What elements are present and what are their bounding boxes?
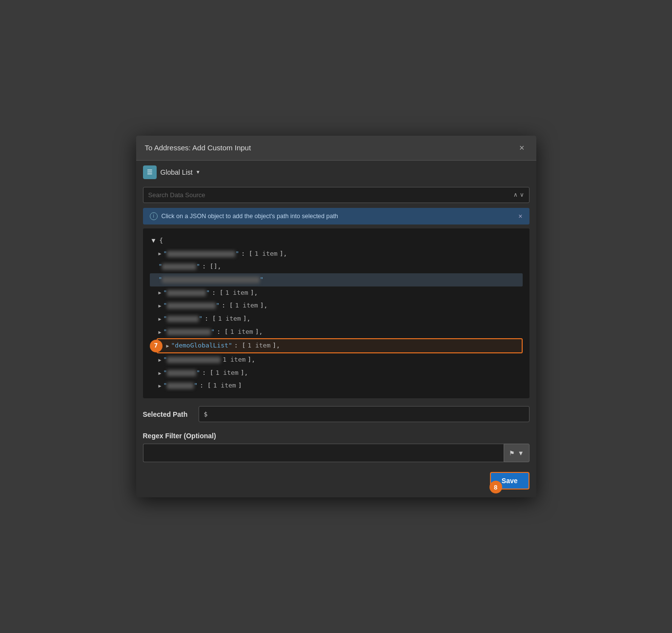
json-item-6[interactable]: ▶ "" : [ 1 item ], xyxy=(150,312,523,326)
json-item-10[interactable]: ▶ "" : [ 1 item ] xyxy=(150,379,523,392)
add-custom-input-modal: To Addresses: Add Custom Input × ☰ Globa… xyxy=(136,136,536,497)
json-viewer[interactable]: ▼ { ▶ "" : [ 1 item ], "" : [], "" ▶ "" … xyxy=(143,228,529,398)
expand-icon: ▶ xyxy=(159,381,162,390)
json-item-7[interactable]: ▶ "" : [ 1 item ], xyxy=(150,326,523,339)
json-root: ▼ { xyxy=(150,234,523,247)
info-icon: i xyxy=(150,212,158,220)
arrow-down-icon[interactable]: ∨ xyxy=(520,191,524,198)
regex-filter-input[interactable] xyxy=(143,444,504,462)
regex-filter-label: Regex Filter (Optional) xyxy=(143,432,529,440)
info-bar: i Click on a JSON object to add the obje… xyxy=(143,208,529,225)
regex-flag-button[interactable]: ⚑ ▼ xyxy=(504,444,529,462)
regex-filter-section: Regex Filter (Optional) ⚑ ▼ xyxy=(136,427,536,465)
json-item-9[interactable]: ▶ "" : [ 1 item ], xyxy=(150,367,523,380)
selected-path-input[interactable] xyxy=(199,406,529,422)
info-message: Click on a JSON object to add the object… xyxy=(162,213,338,220)
source-dropdown-label: Global List xyxy=(161,168,193,176)
regex-input-row: ⚑ ▼ xyxy=(143,444,529,462)
expand-icon: ▶ xyxy=(159,355,162,365)
list-icon: ☰ xyxy=(143,165,157,179)
collapse-icon: ▼ { xyxy=(152,235,163,247)
arrow-up-icon[interactable]: ∧ xyxy=(513,191,518,198)
search-placeholder: Search Data Source xyxy=(148,191,205,199)
search-row: Search Data Source ∧ ∨ xyxy=(136,184,536,208)
modal-header: To Addresses: Add Custom Input × xyxy=(136,136,536,161)
info-close-button[interactable]: × xyxy=(518,212,522,220)
selected-path-label: Selected Path xyxy=(143,410,192,418)
modal-title: To Addresses: Add Custom Input xyxy=(145,143,251,152)
expand-icon: ▶ xyxy=(159,314,162,324)
flag-icon: ⚑ xyxy=(509,449,515,457)
json-item-5[interactable]: ▶ "" : [ 1 item ], xyxy=(150,299,523,312)
search-nav-arrows[interactable]: ∧ ∨ xyxy=(513,191,524,198)
source-dropdown-row: ☰ Global List ▼ xyxy=(136,161,536,184)
json-item-demo-global-list[interactable]: 7 ▶ "demoGlobalList" : [ 1 item ], xyxy=(157,338,523,353)
search-box[interactable]: Search Data Source ∧ ∨ xyxy=(143,187,529,203)
json-item-4[interactable]: ▶ "" : [ 1 item ], xyxy=(150,286,523,300)
json-item-2[interactable]: "" : [], xyxy=(150,260,523,273)
expand-icon: ▶ xyxy=(159,288,162,297)
chevron-down-icon: ▼ xyxy=(196,169,201,175)
json-item-1[interactable]: ▶ "" : [ 1 item ], xyxy=(150,247,523,261)
demo-global-list-key: "demoGlobalList" xyxy=(171,340,232,352)
expand-icon: ▶ xyxy=(159,301,162,310)
regex-dropdown-arrow: ▼ xyxy=(518,449,524,457)
selected-path-section: Selected Path xyxy=(136,398,536,427)
expand-icon: ▶ xyxy=(159,249,162,258)
modal-close-button[interactable]: × xyxy=(516,143,528,153)
json-item-8[interactable]: ▶ " 1 item ], xyxy=(150,353,523,367)
step-8-badge: 8 xyxy=(489,481,502,493)
step-7-badge: 7 xyxy=(150,340,163,352)
source-dropdown[interactable]: Global List ▼ xyxy=(161,168,201,176)
info-bar-content: i Click on a JSON object to add the obje… xyxy=(150,212,338,220)
expand-icon: ▶ xyxy=(159,368,162,378)
expand-icon: ▶ xyxy=(159,327,162,337)
expand-icon: ▶ xyxy=(166,341,169,350)
modal-footer: 8 Save xyxy=(136,465,536,497)
json-item-3[interactable]: "" xyxy=(150,273,523,286)
